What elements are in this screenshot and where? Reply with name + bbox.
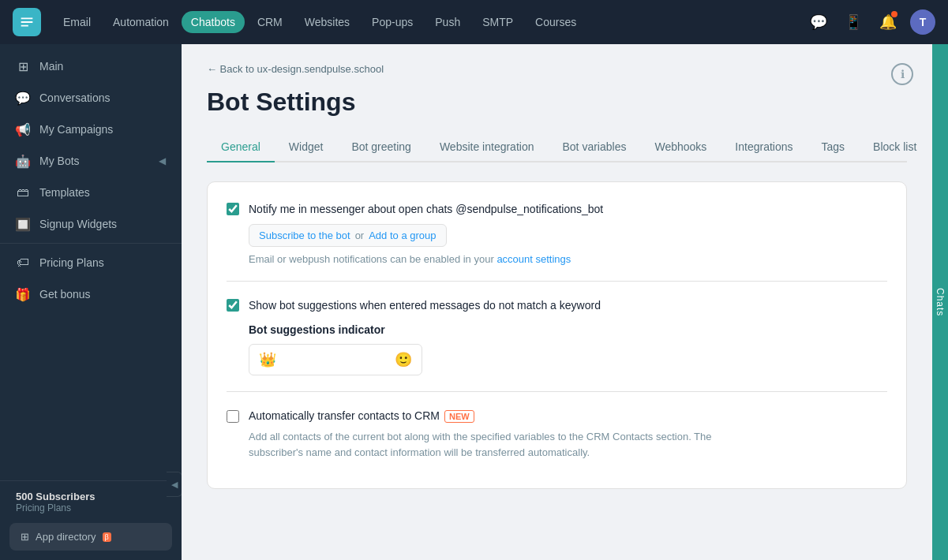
sidebar-item-templates[interactable]: 🗃 Templates [0, 177, 182, 208]
info-button[interactable]: ℹ [891, 63, 913, 85]
app-logo[interactable] [13, 8, 41, 36]
mobile-icon[interactable]: 📱 [841, 9, 866, 35]
chats-panel[interactable]: Chats [932, 44, 948, 560]
nav-email[interactable]: Email [54, 11, 100, 33]
sidebar-item-main[interactable]: ⊞ Main [0, 50, 182, 82]
back-link[interactable]: ← Back to ux-design.sendpulse.school [207, 63, 907, 75]
suggestions-checkbox[interactable] [227, 299, 239, 312]
new-badge: NEW [444, 410, 474, 423]
app-layout: ⊞ Main 💬 Conversations 📢 My Campaigns 🤖 … [0, 44, 948, 560]
notify-checkbox[interactable] [227, 203, 239, 215]
sidebar-collapse-button[interactable]: ◀ [167, 472, 182, 497]
nav-crm[interactable]: CRM [248, 11, 292, 33]
sidebar-nav: ⊞ Main 💬 Conversations 📢 My Campaigns 🤖 … [0, 44, 182, 480]
megaphone-icon: 📢 [16, 122, 30, 136]
divider-2 [227, 391, 887, 392]
sidebar-item-campaigns[interactable]: 📢 My Campaigns [0, 114, 182, 145]
sidebar-label-main: Main [39, 60, 63, 73]
crm-checkbox[interactable] [227, 410, 239, 423]
chat-bubble-icon: 💬 [16, 91, 30, 105]
sidebar: ⊞ Main 💬 Conversations 📢 My Campaigns 🤖 … [0, 44, 182, 560]
user-avatar[interactable]: T [910, 9, 935, 35]
nav-chatbots[interactable]: Chatbots [182, 11, 245, 33]
sidebar-footer: ⊞ App directoryβ [0, 523, 182, 560]
sidebar-item-conversations[interactable]: 💬 Conversations [0, 82, 182, 114]
notification-dot [891, 11, 897, 17]
subscribe-links-container: Subscribe to the bot or Add to a group [249, 224, 447, 247]
sidebar-item-signup-widgets[interactable]: 🔲 Signup Widgets [0, 208, 182, 240]
crown-emoji: 👑 [259, 351, 276, 368]
nav-popups[interactable]: Pop-ups [362, 11, 422, 33]
top-navigation: Email Automation Chatbots CRM Websites P… [0, 0, 948, 44]
sidebar-label-widgets: Signup Widgets [39, 218, 117, 230]
app-directory-button[interactable]: ⊞ App directoryβ [9, 523, 172, 551]
chat-icon[interactable]: 💬 [806, 9, 831, 35]
tab-webhooks[interactable]: Webhooks [640, 133, 721, 162]
beta-badge: β [103, 532, 111, 542]
main-content: ℹ ← Back to ux-design.sendpulse.school B… [182, 44, 932, 560]
chats-label: Chats [935, 288, 946, 316]
subscribe-to-bot-link[interactable]: Subscribe to the bot [259, 230, 350, 241]
page-title: Bot Settings [207, 88, 907, 117]
plan-subtitle: Pricing Plans [16, 502, 166, 513]
sidebar-item-bonus[interactable]: 🎁 Get bonus [0, 278, 182, 310]
crm-description: Add all contacts of the current bot alon… [249, 429, 754, 460]
emoji-picker-icon[interactable]: 🙂 [395, 351, 412, 368]
divider-1 [227, 281, 887, 282]
settings-form-card: Notify me in messenger about open chats … [207, 181, 907, 489]
tab-bot-variables[interactable]: Bot variables [548, 133, 640, 162]
widget-icon: 🔲 [16, 217, 30, 231]
sidebar-label-templates: Templates [39, 186, 90, 199]
nav-push[interactable]: Push [425, 11, 470, 33]
nav-courses[interactable]: Courses [526, 11, 586, 33]
crm-label-group: Automatically transfer contacts to CRM N… [249, 408, 754, 460]
tab-tags[interactable]: Tags [807, 133, 860, 162]
app-directory-label: App directory [36, 531, 96, 543]
sidebar-label-campaigns: My Campaigns [39, 123, 113, 136]
indicator-input[interactable]: 👑 🙂 [249, 344, 422, 375]
suggestions-label-group: Show bot suggestions when entered messag… [249, 297, 601, 375]
plan-title: 500 Subscribers [16, 491, 166, 502]
account-settings-hint: Email or webpush notifications can be en… [249, 253, 603, 265]
tag-icon: 🏷 [16, 256, 30, 270]
crm-checkbox-row: Automatically transfer contacts to CRM N… [227, 408, 887, 460]
template-icon: 🗃 [16, 185, 30, 200]
notification-icon[interactable]: 🔔 [875, 9, 901, 35]
tab-website-integration[interactable]: Website integration [425, 133, 549, 162]
chevron-right-icon: ◀ [159, 155, 166, 166]
notify-label: Notify me in messenger about open chats … [249, 203, 603, 215]
notify-checkbox-row: Notify me in messenger about open chats … [227, 201, 887, 265]
nav-websites[interactable]: Websites [295, 11, 359, 33]
account-settings-link[interactable]: account settings [496, 253, 571, 265]
sidebar-item-pricing[interactable]: 🏷 Pricing Plans [0, 247, 182, 278]
tab-general[interactable]: General [207, 133, 275, 162]
add-to-group-link[interactable]: Add to a group [369, 230, 436, 241]
hint-text-prefix: Email or webpush notifications can be en… [249, 253, 494, 265]
nav-automation[interactable]: Automation [103, 11, 178, 33]
gift-icon: 🎁 [16, 287, 30, 301]
sidebar-plan[interactable]: 500 Subscribers Pricing Plans [16, 491, 166, 513]
tab-integrations[interactable]: Integrations [721, 133, 807, 162]
or-separator: or [355, 230, 365, 241]
sidebar-label-bonus: Get bonus [39, 288, 91, 301]
bot-icon: 🤖 [16, 154, 30, 168]
apps-icon: ⊞ [21, 531, 29, 543]
sidebar-plan-section: 500 Subscribers Pricing Plans [0, 480, 182, 523]
sidebar-label-conversations: Conversations [39, 91, 111, 104]
indicator-label: Bot suggestions indicator [249, 323, 601, 336]
suggestions-label: Show bot suggestions when entered messag… [249, 299, 601, 312]
sidebar-divider [0, 243, 182, 244]
sidebar-label-pricing: Pricing Plans [39, 256, 104, 269]
nav-smtp[interactable]: SMTP [473, 11, 523, 33]
grid-icon: ⊞ [16, 59, 30, 73]
suggestions-checkbox-row: Show bot suggestions when entered messag… [227, 297, 887, 375]
sidebar-item-my-bots[interactable]: 🤖 My Bots ◀ [0, 145, 182, 177]
notify-label-group: Notify me in messenger about open chats … [249, 201, 603, 265]
settings-tabs: General Widget Bot greeting Website inte… [207, 133, 907, 162]
tab-widget[interactable]: Widget [275, 133, 338, 162]
tab-bot-greeting[interactable]: Bot greeting [337, 133, 425, 162]
tab-block-list[interactable]: Block list [859, 133, 931, 162]
sidebar-label-bots: My Bots [39, 155, 80, 167]
crm-label: Automatically transfer contacts to CRM [249, 408, 440, 424]
topnav-icons: 💬 📱 🔔 T [806, 9, 935, 35]
